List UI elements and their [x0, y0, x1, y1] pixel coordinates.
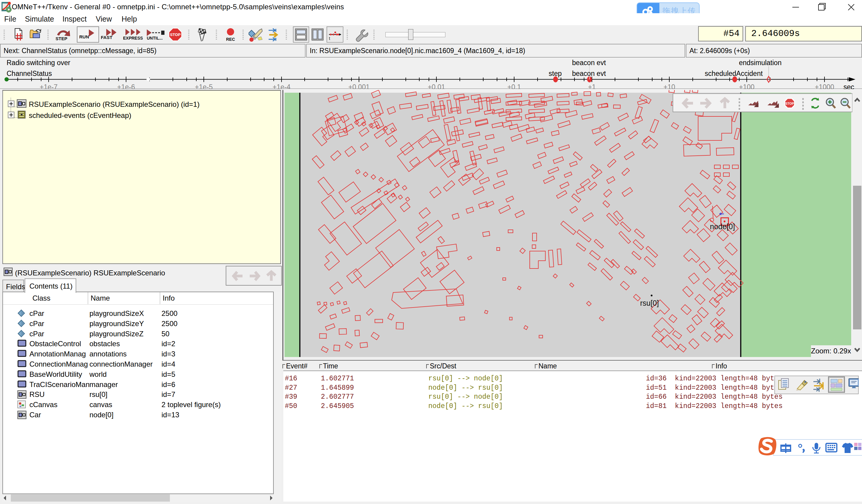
svg-text:+10: +10 — [663, 83, 675, 89]
svg-text:sec: sec — [844, 83, 854, 89]
svg-text:EXPRESS: EXPRESS — [123, 36, 143, 40]
svg-text:rsu[0]: rsu[0] — [640, 299, 659, 307]
svg-text:+0.1: +0.1 — [507, 83, 521, 89]
svg-text:FAST: FAST — [101, 35, 112, 40]
svg-text:+1e-6: +1e-6 — [117, 83, 135, 89]
svg-text:+1000: +1000 — [815, 83, 834, 89]
svg-text:STEP: STEP — [55, 36, 67, 41]
svg-text:+0.001: +0.001 — [349, 83, 370, 89]
svg-text:+1e-4: +1e-4 — [273, 83, 290, 89]
svg-text:node[0]: node[0] — [710, 222, 735, 231]
svg-text:+100: +100 — [739, 83, 755, 89]
svg-text:UNTIL...: UNTIL... — [147, 36, 163, 40]
svg-text:STOP: STOP — [170, 32, 180, 37]
svg-text:t: t — [329, 36, 330, 40]
svg-text:STOP: STOP — [785, 102, 794, 105]
svg-text:+0.01: +0.01 — [428, 83, 445, 89]
svg-text:RUN: RUN — [79, 34, 89, 39]
svg-text:REC: REC — [226, 37, 235, 42]
svg-text:+1e-7: +1e-7 — [40, 83, 57, 89]
svg-text:+1e-5: +1e-5 — [195, 83, 212, 89]
svg-text:+1: +1 — [588, 83, 596, 89]
